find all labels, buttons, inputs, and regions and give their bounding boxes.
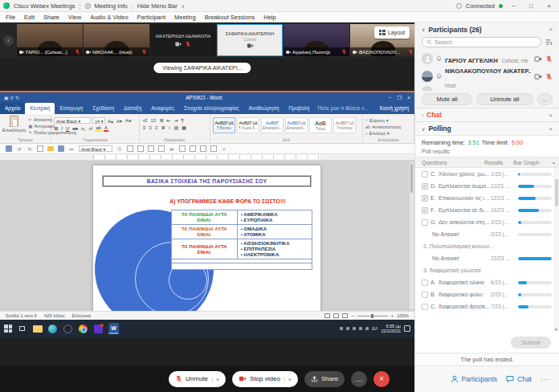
toolbar-font-dropdown: Arial Black ▾ [79, 145, 112, 152]
poll-checkbox[interactable] [422, 304, 428, 310]
menu-help[interactable]: Help [263, 14, 275, 21]
file-explorer-icon [32, 324, 43, 334]
previous-videos-button[interactable]: ‹ [3, 35, 14, 46]
chat-panel-header[interactable]: › Chat × [415, 108, 559, 121]
participants-panel-header[interactable]: ∨ Participants (26) × [415, 22, 559, 36]
document-scrollbar[interactable] [410, 162, 414, 309]
paste-button: Επικόλληση [2, 116, 26, 137]
close-participants-icon[interactable]: × [549, 26, 553, 33]
participant-search-input[interactable]: Search [422, 37, 541, 47]
layout-button[interactable]: Layout [374, 27, 410, 39]
person-icon [451, 375, 459, 383]
column-results: Results [484, 160, 513, 165]
share-label: Share [321, 375, 338, 382]
web-layout-icon [342, 313, 348, 318]
paste-label: Επικόλληση [2, 128, 26, 133]
camera-icon[interactable] [534, 73, 542, 80]
submit-button[interactable]: Submit [511, 337, 551, 349]
unmute-all-button[interactable]: Unmute all [476, 93, 533, 105]
language-indicator: Ελληνικά [72, 313, 91, 318]
paragraph-group-label: Παράγραφος [140, 138, 210, 142]
tray-language: ΕΛ [372, 326, 377, 331]
leave-meeting-button[interactable]: × [373, 371, 390, 387]
menu-audio-video[interactable]: Audio & Video [90, 14, 128, 21]
replace-icon: ab [365, 125, 370, 129]
zoom-level: 100% [397, 313, 409, 318]
muted-mic-icon[interactable] [545, 55, 553, 63]
menu-participant[interactable]: Participant [137, 14, 165, 21]
search-icon [426, 39, 432, 45]
clipboard-group-label: Πρόχειρο [0, 138, 51, 142]
hide-menu-bar-button[interactable]: Hide Menu Bar [137, 2, 177, 10]
poll-checkbox[interactable] [422, 195, 428, 202]
participant-name: ΝΙΚΟΛΑΚΟΠΟΥΛΟΥ ΑΙΚΑΤΕΡ... [445, 67, 531, 75]
more-options-button[interactable]: … [351, 371, 367, 387]
video-tile[interactable]: ΓΑΡΙΟ... (Cohost...) [17, 24, 83, 56]
close-chat-icon[interactable]: × [549, 112, 553, 119]
maximize-button[interactable]: □ [524, 2, 538, 10]
poll-checkbox[interactable] [422, 280, 428, 286]
poll-checkbox[interactable] [422, 171, 428, 178]
tray-icon [359, 327, 362, 330]
shrink-font-icon: A▾ [116, 118, 123, 124]
word-tab-home: Κεντρική [25, 103, 55, 114]
multilevel-list-icon: ≣ [158, 117, 164, 123]
stop-video-button[interactable]: Stop video ∨ [232, 371, 298, 387]
word-tab-references: Αναφορές [146, 103, 179, 114]
participants-toggle-button[interactable]: Participants [451, 375, 497, 383]
participant-row[interactable]: ΝΙΚΟΛΑΚΟΠΟΥΛΟΥ ΑΙΚΑΤΕΡ... Host [415, 67, 559, 85]
table-row: ΤΑ ΠΑΙΧΝΙΔΙΑ ΑΥΤΑΕΙΝΑΙ: ΑΙΣΘΗΣΙΟΚΙΝΗΤΙΚΑ… [172, 239, 312, 259]
word-ruler [0, 154, 414, 161]
word-tab-mailings: Στοιχεία αλληλογραφίας [179, 103, 243, 114]
textbox-icon [210, 145, 217, 152]
meeting-info-button[interactable]: Meeting Info [95, 2, 128, 10]
poll-checkbox[interactable] [422, 207, 428, 214]
time-limit-value: 5:00 [512, 139, 524, 146]
camera-icon [86, 50, 91, 55]
participants-more-button[interactable]: ... [537, 93, 553, 105]
video-tile[interactable]: ΝΙΚΟΛΑΚ... (Host) [84, 24, 149, 56]
tray-clock-date: 22/2/2021 [382, 329, 401, 333]
style-subtitle: ΑαΒβΓγΔΥπότιτλος [333, 117, 356, 133]
chevron-down-icon[interactable]: ∨ [212, 377, 219, 382]
chat-toggle-button[interactable]: Chat [506, 375, 532, 383]
muted-mic-icon[interactable] [545, 73, 553, 80]
poll-checkbox[interactable] [422, 292, 428, 298]
close-button[interactable]: × [542, 2, 556, 10]
scroll-up-icon[interactable]: ▲ [552, 160, 559, 165]
zoom-out-icon: − [351, 313, 353, 318]
mute-all-button[interactable]: Mute all [422, 93, 472, 105]
unmute-button[interactable]: Unmute ∨ [169, 371, 226, 387]
minimize-button[interactable]: − [507, 2, 520, 10]
share-button[interactable]: Share [304, 371, 345, 387]
menu-breakout-sessions[interactable]: Breakout Sessions [205, 14, 255, 21]
sort-icon[interactable] [545, 39, 553, 46]
camera-icon[interactable] [534, 55, 542, 63]
polling-panel-header[interactable]: ∨ Polling × [415, 121, 559, 135]
participant-name-label: Αγγελική Πούντζα [292, 50, 340, 55]
scroll-down-icon[interactable]: ▼ [553, 327, 559, 332]
menu-meeting[interactable]: Meeting [174, 14, 196, 21]
document-heading: Α) ΥΠΟΓΡΑΜΜΙΣΕ ΚΑΘΕ ΦΟΡΑ ΤΟ ΣΩΣΤΟ!!! [93, 198, 320, 204]
close-polling-icon[interactable]: × [549, 125, 553, 133]
camera-icon [19, 50, 24, 55]
cut-icon: ✂ [28, 117, 32, 122]
poll-noanswer-row: No Answer 0/23 (... [415, 228, 553, 240]
poll-option-row: C. διαφορετική θρησκ... 7/23 (... [415, 300, 553, 312]
chevron-down-icon[interactable]: ∨ [284, 377, 292, 382]
video-tile[interactable]: Αγγελική Πούντζα [284, 24, 349, 56]
participants-toggle-label: Participants [462, 375, 497, 383]
menu-edit[interactable]: Edit [24, 14, 35, 21]
poll-checkbox[interactable] [422, 183, 428, 190]
menu-file[interactable]: File [6, 14, 15, 21]
video-tile-active-speaker[interactable]: ΣΑΦΑΡΙΚΑ ΑΙΚΑΤΕΡΙΝΗ Cohost [217, 24, 283, 56]
menu-share[interactable]: Share [43, 14, 59, 21]
poll-checkbox[interactable] [422, 219, 428, 226]
chat-bubble-icon [506, 375, 514, 383]
word-tab-review: Αναθεώρηση [244, 103, 284, 114]
poll-scrollbar[interactable]: ▼ [553, 168, 559, 333]
menu-view[interactable]: View [68, 14, 81, 21]
print-layout-icon [333, 313, 339, 318]
video-tile-no-video[interactable]: ΑΙΚΑΤΕΡΝΙΔΗ ΑΔΑΜΑΝΤΙΑ [150, 24, 216, 56]
panel-more-button[interactable]: ··· [541, 375, 550, 383]
